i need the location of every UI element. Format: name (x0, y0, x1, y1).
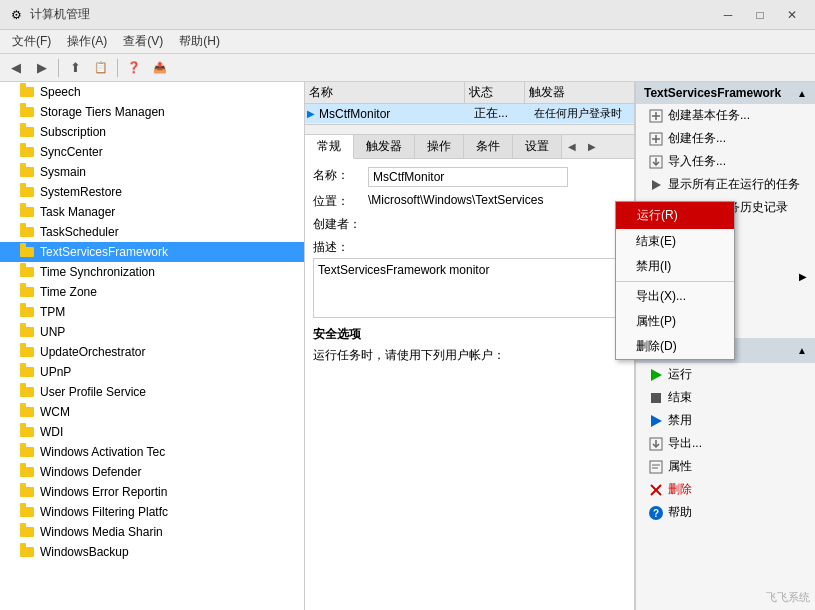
watermark: 飞飞系统 (766, 590, 810, 605)
sidebar-item-speech[interactable]: Speech (0, 82, 304, 102)
sidebar-item-winmedia[interactable]: Windows Media Sharin (0, 522, 304, 542)
create-basic-label: 创建基本任务... (668, 107, 750, 124)
sidebar-item-windefender[interactable]: Windows Defender (0, 462, 304, 482)
context-menu-export[interactable]: 导出(X)... (616, 284, 734, 309)
chevron-up-icon: ▲ (797, 88, 807, 99)
sidebar-item-updateorchestrator[interactable]: UpdateOrchestrator (0, 342, 304, 362)
right-section-header-textservices[interactable]: TextServicesFramework ▲ (636, 82, 815, 104)
tab-scroll-left[interactable]: ◀ (562, 135, 582, 158)
sidebar-item-winfiltering[interactable]: Windows Filtering Platfc (0, 502, 304, 522)
right-item-create-basic[interactable]: 创建基本任务... (636, 104, 815, 127)
detail-security-section: 安全选项 运行任务时，请使用下列用户帐户： (313, 326, 626, 364)
sidebar-item-tpm[interactable]: TPM (0, 302, 304, 322)
right-item-show-running[interactable]: 显示所有正在运行的任务 (636, 173, 815, 196)
context-menu-end[interactable]: 结束(E) (616, 229, 734, 254)
detail-desc-label: 描述： (313, 239, 368, 256)
col-header-status: 状态 (465, 82, 525, 103)
delete-icon (648, 482, 664, 498)
sidebar-item-taskscheduler[interactable]: TaskScheduler (0, 222, 304, 242)
right-item-properties[interactable]: 属性 (636, 455, 815, 478)
sidebar-item-winactivation[interactable]: Windows Activation Tec (0, 442, 304, 462)
tab-settings[interactable]: 设置 (513, 135, 562, 158)
help-section2-label: 帮助 (668, 504, 692, 521)
tab-general[interactable]: 常规 (305, 135, 354, 159)
folder-icon (20, 384, 36, 400)
context-menu-properties[interactable]: 属性(P) (616, 309, 734, 334)
context-menu-sep (616, 281, 734, 282)
back-button[interactable]: ◀ (4, 57, 28, 79)
right-item-run[interactable]: 运行 (636, 363, 815, 386)
maximize-button[interactable]: □ (745, 5, 775, 25)
menu-help[interactable]: 帮助(H) (171, 31, 228, 52)
sidebar-item-systemrestore[interactable]: SystemRestore (0, 182, 304, 202)
show-running-icon (648, 177, 664, 193)
menu-action[interactable]: 操作(A) (59, 31, 115, 52)
task-list-header: 名称 状态 触发器 (305, 82, 634, 104)
right-item-delete[interactable]: 删除 (636, 478, 815, 501)
sidebar-item-textservices[interactable]: TextServicesFramework (0, 242, 304, 262)
close-button[interactable]: ✕ (777, 5, 807, 25)
right-item-end[interactable]: 结束 (636, 386, 815, 409)
disable-icon (648, 413, 664, 429)
sidebar-item-timezone[interactable]: Time Zone (0, 282, 304, 302)
right-item-import[interactable]: 导入任务... (636, 150, 815, 173)
col-header-trigger: 触发器 (525, 82, 634, 103)
delete-label: 删除 (668, 481, 692, 498)
right-item-help-section2[interactable]: ? 帮助 (636, 501, 815, 524)
menu-bar: 文件(F) 操作(A) 查看(V) 帮助(H) (0, 30, 815, 54)
create-task-label: 创建任务... (668, 130, 726, 147)
detail-location-row: 位置： \Microsoft\Windows\TextServices (313, 193, 626, 210)
right-item-create-task[interactable]: 创建任务... (636, 127, 815, 150)
sidebar-item-storage[interactable]: Storage Tiers Managen (0, 102, 304, 122)
context-menu-run[interactable]: 运行(R) (616, 202, 734, 229)
toolbar-separator (58, 59, 59, 77)
context-menu-disable[interactable]: 禁用(I) (616, 254, 734, 279)
right-item-export[interactable]: 导出... (636, 432, 815, 455)
detail-desc-box: TextServicesFramework monitor (313, 258, 626, 318)
sidebar-item-winerror[interactable]: Windows Error Reportin (0, 482, 304, 502)
tab-scroll-right[interactable]: ▶ (582, 135, 602, 158)
detail-desc-value: TextServicesFramework monitor (318, 263, 489, 277)
help-toolbar-button[interactable]: ❓ (122, 57, 146, 79)
folder-icon (20, 424, 36, 440)
table-row[interactable]: ▶ MsCtfMonitor 正在... 在任何用户登录时 (305, 104, 634, 124)
minimize-button[interactable]: ─ (713, 5, 743, 25)
sidebar-item-userprofile[interactable]: User Profile Service (0, 382, 304, 402)
forward-button[interactable]: ▶ (30, 57, 54, 79)
show-hide-button[interactable]: 📋 (89, 57, 113, 79)
view-arrow-icon: ▶ (799, 271, 807, 282)
folder-icon (20, 244, 36, 260)
folder-icon (20, 444, 36, 460)
task-list-hscroll[interactable] (305, 124, 634, 134)
right-section-selected: 所选项 ▲ 运行 结束 禁用 (636, 338, 815, 524)
tab-actions[interactable]: 操作 (415, 135, 464, 158)
menu-file[interactable]: 文件(F) (4, 31, 59, 52)
context-menu: 运行(R) 结束(E) 禁用(I) 导出(X)... 属性(P) 删除(D) (615, 201, 735, 360)
properties-icon (648, 459, 664, 475)
sidebar-item-sysmain[interactable]: Sysmain (0, 162, 304, 182)
sidebar-item-timesync[interactable]: Time Synchronization (0, 262, 304, 282)
sidebar-item-unp[interactable]: UNP (0, 322, 304, 342)
sidebar-item-windowsbackup[interactable]: WindowsBackup (0, 542, 304, 562)
detail-content: 名称： 位置： \Microsoft\Windows\TextServices … (305, 159, 634, 610)
sidebar-item-synccenter[interactable]: SyncCenter (0, 142, 304, 162)
tab-triggers[interactable]: 触发器 (354, 135, 415, 158)
sidebar-item-wdi[interactable]: WDI (0, 422, 304, 442)
sidebar-item-wcm[interactable]: WCM (0, 402, 304, 422)
folder-icon (20, 104, 36, 120)
up-button[interactable]: ⬆ (63, 57, 87, 79)
window-controls: ─ □ ✕ (713, 5, 807, 25)
detail-name-input[interactable] (368, 167, 568, 187)
sidebar-item-taskmanager[interactable]: Task Manager (0, 202, 304, 222)
menu-view[interactable]: 查看(V) (115, 31, 171, 52)
sidebar-item-upnp[interactable]: UPnP (0, 362, 304, 382)
export-toolbar-button[interactable]: 📤 (148, 57, 172, 79)
right-item-disable[interactable]: 禁用 (636, 409, 815, 432)
sidebar-item-subscription[interactable]: Subscription (0, 122, 304, 142)
context-menu-delete[interactable]: 删除(D) (616, 334, 734, 359)
run-icon (648, 367, 664, 383)
folder-icon (20, 544, 36, 560)
show-running-label: 显示所有正在运行的任务 (668, 176, 800, 193)
folder-icon (20, 504, 36, 520)
tab-conditions[interactable]: 条件 (464, 135, 513, 158)
